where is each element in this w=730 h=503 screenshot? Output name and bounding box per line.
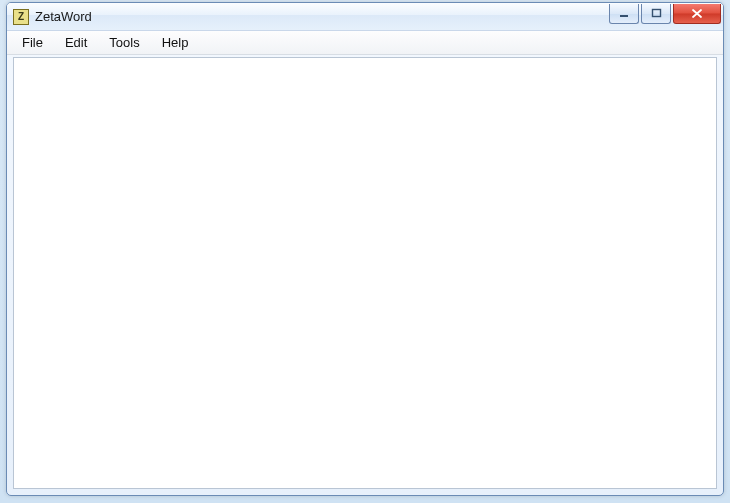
app-icon: Z (13, 9, 29, 25)
svg-rect-0 (620, 15, 628, 17)
window-controls (607, 4, 721, 24)
close-icon (691, 8, 703, 19)
window-title: ZetaWord (35, 9, 92, 24)
maximize-button[interactable] (641, 4, 671, 24)
app-window: Z ZetaWord File Edit Tools He (6, 2, 724, 496)
menubar: File Edit Tools Help (7, 31, 723, 55)
minimize-icon (619, 8, 630, 19)
client-area (13, 57, 717, 489)
menu-tools[interactable]: Tools (98, 31, 150, 54)
menu-help[interactable]: Help (151, 31, 200, 54)
menu-file[interactable]: File (11, 31, 54, 54)
titlebar[interactable]: Z ZetaWord (7, 3, 723, 31)
minimize-button[interactable] (609, 4, 639, 24)
text-editor[interactable] (13, 57, 717, 489)
close-button[interactable] (673, 4, 721, 24)
maximize-icon (651, 8, 662, 19)
svg-rect-1 (652, 9, 660, 16)
menu-edit[interactable]: Edit (54, 31, 98, 54)
